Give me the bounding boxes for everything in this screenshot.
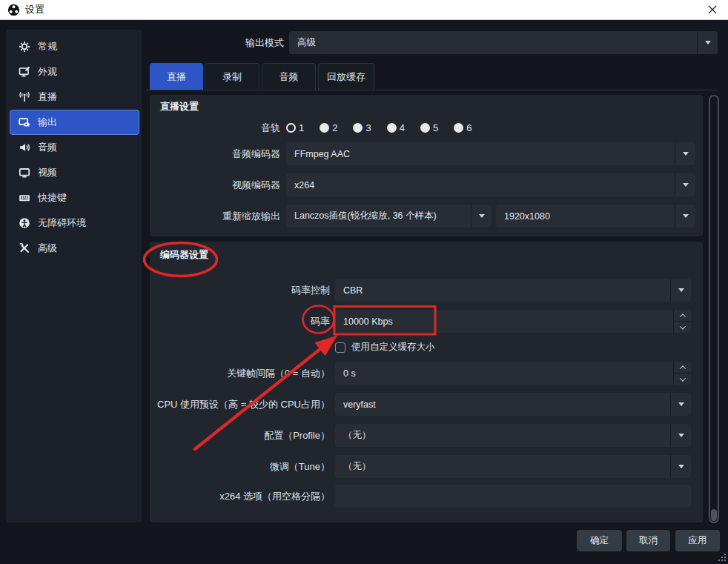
sidebar-item-stream[interactable]: 直播 — [10, 84, 139, 110]
rescale-filter-value: Lanczos插值(锐化缩放, 36 个样本) — [286, 205, 471, 228]
sidebar-item-label: 无障碍环境 — [38, 216, 86, 230]
bitrate-spinbox — [335, 310, 691, 333]
spin-buttons — [673, 362, 691, 385]
sidebar-item-output[interactable]: 输出 — [10, 110, 139, 135]
radio-icon — [387, 123, 397, 133]
vertical-scrollbar[interactable] — [709, 95, 719, 523]
tab-streaming[interactable]: 直播 — [150, 63, 203, 90]
titlebar: 设置 — [0, 0, 728, 20]
radio-label: 6 — [466, 122, 471, 133]
bitrate-row: 码率 — [150, 310, 691, 333]
tab-label: 直播 — [167, 70, 186, 84]
tab-label: 音频 — [279, 70, 299, 84]
bitrate-input[interactable] — [335, 310, 673, 333]
tune-dropdown[interactable]: （无） — [335, 455, 691, 478]
radio-label: 2 — [332, 122, 337, 133]
spin-up-button[interactable] — [674, 362, 691, 373]
sidebar-item-label: 外观 — [38, 65, 57, 79]
radio-track-3[interactable]: 3 — [353, 122, 371, 133]
output-mode-dropdown[interactable]: 高级 — [289, 31, 718, 54]
x264-options-input[interactable] — [335, 491, 691, 502]
chevron-up-icon — [679, 365, 685, 371]
apply-button[interactable]: 应用 — [675, 530, 720, 551]
gear-icon — [18, 41, 30, 53]
x264-options-field — [335, 485, 691, 508]
chevron-down-icon[interactable] — [675, 173, 695, 196]
profile-row: 配置（Profile） （无） — [150, 424, 691, 447]
chevron-down-icon[interactable] — [675, 142, 695, 165]
sidebar-item-hotkeys[interactable]: 快捷键 — [10, 185, 139, 210]
chevron-down-icon[interactable] — [670, 455, 691, 478]
chevron-down-icon[interactable] — [670, 279, 691, 302]
rescale-output-label: 重新缩放输出 — [150, 210, 280, 223]
sidebar-item-label: 高级 — [38, 242, 57, 255]
sidebar-item-label: 音频 — [38, 141, 57, 154]
radio-icon — [320, 123, 329, 133]
radio-track-6[interactable]: 6 — [454, 122, 471, 133]
chevron-down-icon — [679, 375, 685, 381]
rate-control-value: CBR — [335, 279, 670, 302]
radio-icon — [454, 123, 463, 133]
rate-control-dropdown[interactable]: CBR — [335, 279, 691, 302]
bitrate-label: 码率 — [150, 315, 330, 328]
window-title: 设置 — [25, 3, 44, 16]
tools-icon — [18, 242, 30, 255]
profile-dropdown[interactable]: （无） — [335, 424, 691, 447]
audio-encoder-dropdown[interactable]: FFmpeg AAC — [286, 142, 695, 165]
radio-track-5[interactable]: 5 — [420, 122, 438, 133]
video-encoder-dropdown[interactable]: x264 — [286, 173, 695, 196]
tab-audio[interactable]: 音频 — [262, 63, 316, 90]
video-encoder-row: 视频编码器 x264 — [150, 173, 695, 196]
audio-encoder-row: 音频编码器 FFmpeg AAC — [150, 142, 695, 165]
sidebar-item-video[interactable]: 视频 — [10, 160, 139, 185]
rescale-resolution-dropdown[interactable]: 1920x1080 — [496, 205, 695, 228]
chevron-down-icon[interactable] — [675, 205, 695, 228]
chevron-down-icon[interactable] — [670, 393, 691, 416]
obs-logo-icon — [7, 4, 20, 16]
cancel-button[interactable]: 取消 — [626, 530, 670, 551]
sidebar-item-label: 常规 — [38, 40, 57, 53]
radio-track-1[interactable]: 1 — [286, 122, 304, 133]
streaming-settings-panel: 直播设置 音轨 1 2 3 4 — [150, 95, 703, 236]
keyframe-input[interactable] — [335, 362, 673, 385]
display-icon — [18, 167, 30, 179]
sidebar-item-appearance[interactable]: 外观 — [10, 59, 139, 84]
chevron-down-icon — [679, 323, 685, 329]
rate-control-label: 码率控制 — [150, 284, 330, 297]
audio-track-label: 音轨 — [150, 122, 280, 135]
scrollbar-handle[interactable] — [711, 509, 717, 521]
rate-control-row: 码率控制 CBR — [150, 279, 691, 302]
custom-buffer-row: 使用自定义缓存大小 — [335, 341, 435, 354]
sidebar-item-audio[interactable]: 音频 — [10, 135, 139, 160]
tab-recording[interactable]: 录制 — [205, 63, 259, 90]
broadcast-antenna-icon — [18, 91, 30, 104]
output-mode-value: 高级 — [289, 31, 697, 54]
tab-label: 录制 — [222, 70, 242, 84]
sidebar-item-accessibility[interactable]: 无障碍环境 — [10, 210, 139, 236]
cpu-preset-label: CPU 使用预设（高 = 较少的 CPU占用） — [150, 398, 330, 411]
sidebar-item-label: 输出 — [38, 116, 57, 129]
close-icon[interactable] — [703, 1, 722, 19]
sidebar-item-general[interactable]: 常规 — [10, 34, 139, 59]
chevron-up-icon — [679, 313, 685, 319]
rescale-filter-dropdown[interactable]: Lanczos插值(锐化缩放, 36 个样本) — [286, 205, 492, 228]
sidebar-item-advanced[interactable]: 高级 — [10, 236, 139, 261]
chevron-down-icon[interactable] — [471, 205, 492, 228]
rescale-output-row: 重新缩放输出 Lanczos插值(锐化缩放, 36 个样本) 1920x1080 — [150, 205, 695, 228]
settings-sidebar: 常规 外观 直播 — [6, 30, 142, 522]
tab-divider — [146, 90, 719, 90]
spin-down-button[interactable] — [674, 321, 691, 333]
keyboard-icon — [18, 192, 30, 205]
spin-down-button[interactable] — [674, 373, 691, 385]
ok-button[interactable]: 确定 — [577, 530, 622, 551]
radio-track-4[interactable]: 4 — [387, 122, 405, 133]
cpu-preset-dropdown[interactable]: veryfast — [335, 393, 691, 416]
audio-encoder-label: 音频编码器 — [150, 147, 280, 161]
chevron-down-icon[interactable] — [697, 31, 718, 54]
section-title-encoder: 编码器设置 — [160, 248, 208, 262]
spin-up-button[interactable] — [674, 310, 691, 321]
chevron-down-icon[interactable] — [670, 424, 691, 447]
tab-replay-buffer[interactable]: 回放缓存 — [318, 63, 374, 90]
radio-track-2[interactable]: 2 — [320, 122, 337, 133]
custom-buffer-checkbox[interactable] — [335, 342, 345, 353]
